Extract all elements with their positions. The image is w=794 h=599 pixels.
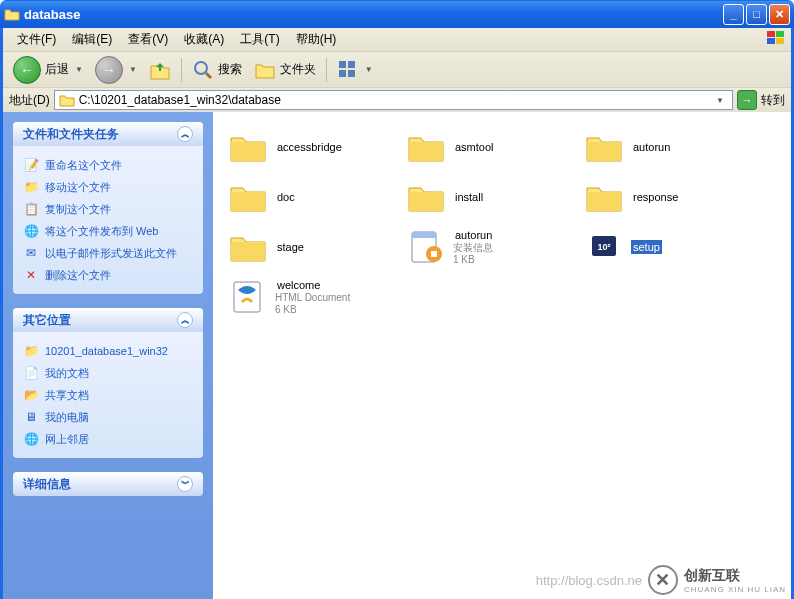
address-label: 地址(D) <box>9 92 50 109</box>
email-icon: ✉ <box>23 245 39 261</box>
file-item-accessbridge[interactable]: accessbridge <box>225 124 395 170</box>
address-bar: 地址(D) C:\10201_database1_win32\database … <box>3 88 791 112</box>
svg-rect-7 <box>348 61 355 68</box>
go-label: 转到 <box>761 92 785 109</box>
task-label: 删除这个文件 <box>45 268 111 283</box>
file-name: install <box>453 190 485 204</box>
folder-icon: 📁 <box>23 343 39 359</box>
details-title: 详细信息 <box>23 476 71 493</box>
details-panel: 详细信息 ︾ <box>13 472 203 496</box>
inf-icon <box>405 228 447 266</box>
file-text: install <box>453 190 485 204</box>
watermark-sub: CHUANG XIN HU LIAN <box>684 585 786 594</box>
address-input[interactable]: C:\10201_database1_win32\database ▼ <box>54 90 733 110</box>
copy-icon: 📋 <box>23 201 39 217</box>
file-text: asmtool <box>453 140 496 154</box>
file-list[interactable]: accessbridgeasmtoolautorundocinstallresp… <box>213 112 791 599</box>
place-label: 我的文档 <box>45 366 89 381</box>
task-publish[interactable]: 🌐将这个文件发布到 Web <box>23 220 193 242</box>
menu-help[interactable]: 帮助(H) <box>288 29 345 50</box>
search-button[interactable]: 搜索 <box>188 57 246 83</box>
file-name: stage <box>275 240 306 254</box>
address-path: C:\10201_database1_win32\database <box>79 93 708 107</box>
watermark-url: http://blog.csdn.ne <box>536 573 642 588</box>
search-icon <box>192 59 214 81</box>
folder-icon <box>59 93 75 107</box>
views-button[interactable]: ▼ <box>333 57 377 83</box>
svg-rect-6 <box>339 61 346 68</box>
menu-bar: 文件(F) 编辑(E) 查看(V) 收藏(A) 工具(T) 帮助(H) <box>3 28 791 52</box>
move-icon: 📁 <box>23 179 39 195</box>
file-name: autorun <box>631 140 672 154</box>
address-dropdown-icon[interactable]: ▼ <box>712 96 728 105</box>
collapse-icon: ︽ <box>177 312 193 328</box>
file-text: setup <box>631 240 662 254</box>
folder-icon <box>227 228 269 266</box>
up-folder-icon <box>149 59 171 81</box>
file-item-install[interactable]: install <box>403 174 573 220</box>
publish-icon: 🌐 <box>23 223 39 239</box>
file-item-stage[interactable]: stage <box>225 224 395 270</box>
task-move[interactable]: 📁移动这个文件 <box>23 176 193 198</box>
file-item-doc[interactable]: doc <box>225 174 395 220</box>
chevron-down-icon: ▼ <box>129 65 137 74</box>
file-name: response <box>631 190 680 204</box>
file-name: autorun <box>453 228 494 242</box>
menu-tools[interactable]: 工具(T) <box>232 29 287 50</box>
minimize-button[interactable]: _ <box>723 4 744 25</box>
file-text: accessbridge <box>275 140 344 154</box>
task-delete[interactable]: ✕删除这个文件 <box>23 264 193 286</box>
task-label: 重命名这个文件 <box>45 158 122 173</box>
place-shared-documents[interactable]: 📂共享文档 <box>23 384 193 406</box>
file-item-autorun[interactable]: autorun安装信息1 KB <box>403 224 573 270</box>
maximize-button[interactable]: □ <box>746 4 767 25</box>
svg-rect-3 <box>776 38 784 44</box>
task-label: 以电子邮件形式发送此文件 <box>45 246 177 261</box>
file-text: welcomeHTML Document6 KB <box>275 278 350 316</box>
back-icon: ← <box>13 56 41 84</box>
file-item-asmtool[interactable]: asmtool <box>403 124 573 170</box>
folder-icon <box>405 128 447 166</box>
file-text: stage <box>275 240 306 254</box>
place-network[interactable]: 🌐网上邻居 <box>23 428 193 450</box>
places-title: 其它位置 <box>23 312 71 329</box>
task-rename[interactable]: 📝重命名这个文件 <box>23 154 193 176</box>
main-area: 文件和文件夹任务 ︽ 📝重命名这个文件 📁移动这个文件 📋复制这个文件 🌐将这个… <box>3 112 791 599</box>
place-label: 网上邻居 <box>45 432 89 447</box>
back-button[interactable]: ← 后退 ▼ <box>9 54 87 86</box>
tasks-panel-header[interactable]: 文件和文件夹任务 ︽ <box>13 122 203 146</box>
task-copy[interactable]: 📋复制这个文件 <box>23 198 193 220</box>
folder-icon <box>583 128 625 166</box>
svg-text:10²: 10² <box>597 242 610 252</box>
place-my-computer[interactable]: 🖥我的电脑 <box>23 406 193 428</box>
svg-rect-2 <box>767 38 775 44</box>
network-icon: 🌐 <box>23 431 39 447</box>
forward-button[interactable]: → ▼ <box>91 54 141 86</box>
svg-rect-1 <box>776 31 784 37</box>
task-email[interactable]: ✉以电子邮件形式发送此文件 <box>23 242 193 264</box>
places-panel-header[interactable]: 其它位置 ︽ <box>13 308 203 332</box>
file-name: doc <box>275 190 297 204</box>
up-button[interactable] <box>145 57 175 83</box>
toolbar: ← 后退 ▼ → ▼ 搜索 文件夹 ▼ <box>3 52 791 88</box>
go-button[interactable]: → <box>737 90 757 110</box>
folders-button[interactable]: 文件夹 <box>250 57 320 83</box>
window-titlebar: database _ □ ✕ <box>0 0 794 28</box>
task-label: 复制这个文件 <box>45 202 111 217</box>
place-parent-folder[interactable]: 📁10201_database1_win32 <box>23 340 193 362</box>
close-button[interactable]: ✕ <box>769 4 790 25</box>
file-item-autorun[interactable]: autorun <box>581 124 751 170</box>
forward-icon: → <box>95 56 123 84</box>
menu-edit[interactable]: 编辑(E) <box>64 29 120 50</box>
file-item-welcome[interactable]: welcomeHTML Document6 KB <box>225 274 395 320</box>
file-item-response[interactable]: response <box>581 174 751 220</box>
back-label: 后退 <box>45 61 69 78</box>
details-panel-header[interactable]: 详细信息 ︾ <box>13 472 203 496</box>
file-item-setup[interactable]: 10²setup <box>581 224 751 270</box>
menu-view[interactable]: 查看(V) <box>120 29 176 50</box>
menu-favorites[interactable]: 收藏(A) <box>176 29 232 50</box>
place-my-documents[interactable]: 📄我的文档 <box>23 362 193 384</box>
menu-file[interactable]: 文件(F) <box>9 29 64 50</box>
folder-icon <box>405 178 447 216</box>
file-name: welcome <box>275 278 350 292</box>
